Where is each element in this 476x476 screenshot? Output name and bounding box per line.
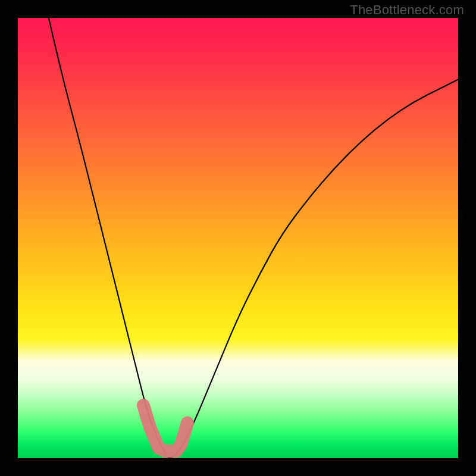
watermark-text: TheBottleneck.com (350, 2, 464, 18)
highlight-valley (143, 405, 187, 451)
bottleneck-chart (18, 18, 458, 458)
curve-line (49, 18, 458, 458)
